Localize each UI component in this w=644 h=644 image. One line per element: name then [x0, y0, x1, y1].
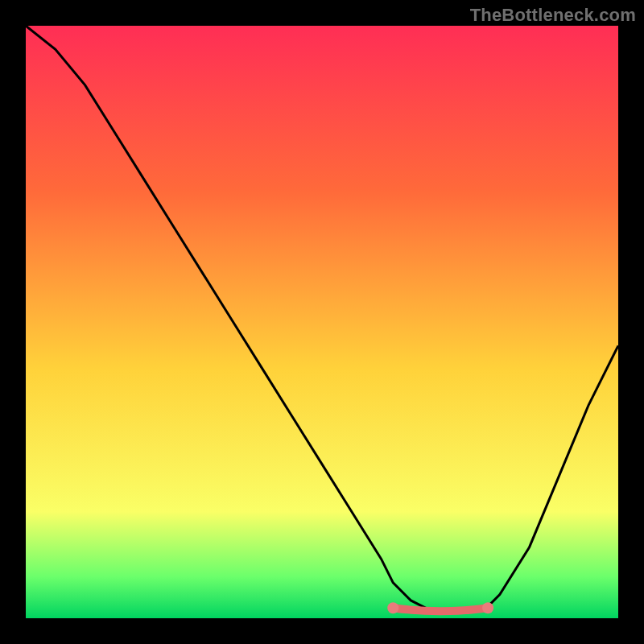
accent-end-dot-right [482, 602, 493, 613]
chart-frame [26, 26, 618, 618]
chart-svg [26, 26, 618, 618]
accent-min-segment [393, 608, 488, 611]
gradient-background [26, 26, 618, 618]
watermark-text: TheBottleneck.com [470, 5, 636, 26]
accent-end-dot-left [387, 602, 398, 613]
